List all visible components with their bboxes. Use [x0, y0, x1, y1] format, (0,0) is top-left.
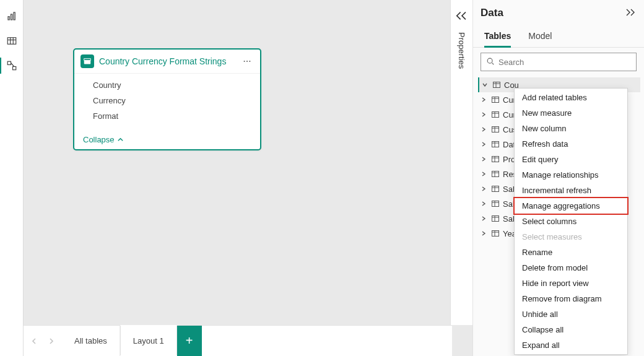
context-menu-item[interactable]: Incremental refresh	[515, 183, 627, 198]
svg-rect-8	[12, 67, 15, 70]
context-menu-item[interactable]: New column	[515, 121, 627, 136]
svg-line-9	[11, 63, 14, 67]
prev-layout-button[interactable]	[26, 332, 42, 350]
chevron-right-icon[interactable]	[481, 82, 489, 88]
table-icon	[490, 110, 500, 119]
context-menu-item[interactable]: Hide in report view	[515, 276, 627, 291]
context-menu-item-disabled: Select measures	[515, 229, 627, 245]
table-icon	[490, 170, 500, 178]
context-menu: Add related tables New measure New colum…	[514, 88, 628, 355]
layout-nav	[24, 326, 62, 356]
context-menu-item[interactable]: Add related tables	[515, 90, 627, 105]
next-layout-button[interactable]	[43, 332, 59, 350]
chevron-right-icon[interactable]	[479, 230, 488, 237]
svg-rect-1	[11, 14, 12, 20]
svg-rect-0	[8, 17, 9, 20]
table-icon	[80, 54, 94, 68]
context-menu-item[interactable]: Rename	[515, 245, 627, 260]
svg-rect-2	[14, 12, 15, 20]
search-box[interactable]	[481, 53, 637, 71]
table-field[interactable]: Format	[74, 108, 260, 124]
svg-rect-3	[7, 38, 16, 45]
table-icon	[492, 80, 502, 89]
table-field[interactable]: Currency	[74, 93, 260, 108]
table-card-title: Country Currency Format Strings	[99, 56, 235, 66]
properties-label[interactable]: Properties	[457, 30, 466, 69]
svg-rect-35	[492, 171, 499, 177]
svg-rect-23	[492, 112, 499, 118]
svg-rect-20	[492, 97, 499, 103]
table-icon	[490, 185, 500, 193]
data-pane-header: Data	[473, 0, 644, 26]
context-menu-item[interactable]: Select columns	[515, 214, 627, 229]
data-pane-tabs: Tables Model	[473, 26, 644, 48]
table-card-header[interactable]: Country Currency Format Strings	[74, 50, 260, 74]
table-card[interactable]: Country Currency Format Strings Country …	[73, 48, 261, 150]
chevron-right-icon[interactable]	[479, 215, 488, 222]
context-menu-item[interactable]: Manage relationships	[515, 167, 627, 183]
svg-rect-29	[492, 142, 499, 147]
table-fields-list: Country Currency Format	[74, 74, 260, 130]
report-view-icon[interactable]	[2, 6, 22, 26]
svg-point-13	[246, 61, 248, 62]
svg-point-15	[487, 58, 492, 63]
all-tables-tab[interactable]: All tables	[62, 326, 120, 356]
layout-tab[interactable]: Layout 1	[120, 325, 177, 355]
table-icon	[490, 125, 500, 134]
context-menu-item[interactable]: Delete from model	[515, 260, 627, 276]
svg-rect-38	[492, 186, 499, 192]
svg-rect-7	[7, 61, 11, 64]
svg-point-12	[244, 61, 245, 62]
chevron-right-icon[interactable]	[479, 97, 488, 103]
svg-rect-44	[492, 216, 499, 222]
svg-point-14	[249, 61, 250, 62]
model-view-icon[interactable]	[2, 56, 22, 76]
collapse-button[interactable]: Collapse	[74, 130, 260, 149]
table-icon	[490, 229, 500, 238]
expand-properties-button[interactable]	[454, 7, 470, 24]
svg-rect-41	[492, 201, 499, 207]
layout-tabs-bar: All tables Layout 1 +	[24, 325, 452, 356]
chevron-right-icon[interactable]	[479, 126, 488, 132]
chevron-right-icon[interactable]	[479, 171, 488, 177]
chevron-right-icon[interactable]	[479, 186, 488, 192]
table-label: Sal	[503, 199, 515, 209]
add-layout-button[interactable]: +	[177, 326, 202, 356]
data-view-icon[interactable]	[2, 31, 22, 51]
table-field[interactable]: Country	[74, 77, 260, 93]
properties-pane-collapsed: Properties	[450, 0, 472, 325]
table-icon	[490, 140, 500, 149]
chevron-right-icon[interactable]	[479, 141, 488, 147]
chevron-right-icon[interactable]	[479, 201, 488, 207]
svg-rect-32	[492, 157, 499, 162]
svg-rect-11	[84, 59, 91, 61]
context-menu-item[interactable]: Unhide all	[515, 306, 627, 322]
table-icon	[490, 155, 500, 163]
tab-tables[interactable]: Tables	[484, 26, 511, 47]
context-menu-item[interactable]: Collapse all	[515, 322, 627, 337]
context-menu-item[interactable]: Remove from diagram	[515, 291, 627, 306]
chevron-right-icon[interactable]	[479, 156, 488, 162]
context-menu-item-highlighted[interactable]: Manage aggregations	[513, 197, 629, 215]
table-icon	[490, 95, 500, 104]
table-card-menu-button[interactable]	[240, 56, 254, 67]
table-icon	[490, 214, 500, 223]
tab-model[interactable]: Model	[528, 26, 552, 47]
svg-rect-17	[494, 82, 500, 88]
context-menu-item[interactable]: Expand all	[515, 337, 627, 353]
data-pane-title: Data	[481, 7, 503, 19]
context-menu-item[interactable]: Edit query	[515, 152, 627, 167]
search-icon	[486, 57, 495, 67]
search-input[interactable]	[498, 58, 631, 67]
chevron-right-icon[interactable]	[479, 111, 488, 118]
table-label: Sal	[503, 185, 515, 194]
svg-line-16	[492, 63, 494, 64]
view-rail	[0, 0, 24, 356]
collapse-label: Collapse	[83, 135, 115, 144]
model-canvas[interactable]: Country Currency Format Strings Country …	[24, 0, 452, 325]
table-label: Sal	[503, 214, 515, 224]
svg-rect-47	[492, 231, 499, 237]
context-menu-item[interactable]: Refresh data	[515, 136, 627, 152]
context-menu-item[interactable]: New measure	[515, 105, 627, 121]
collapse-data-pane-button[interactable]	[623, 7, 637, 19]
